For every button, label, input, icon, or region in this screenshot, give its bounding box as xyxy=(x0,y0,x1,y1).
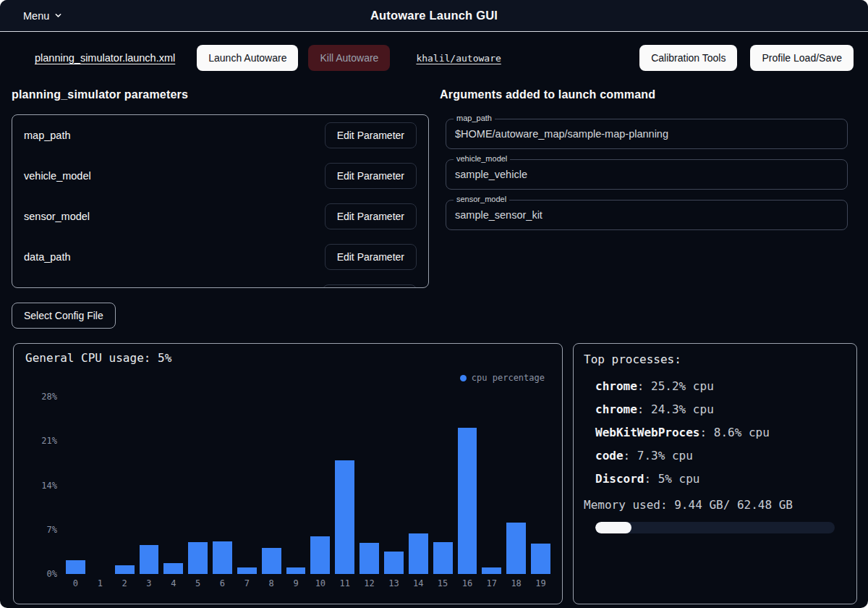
x-axis: 012345678910111213141516171819 xyxy=(66,578,550,588)
x-tick-label: 18 xyxy=(506,578,526,588)
calibration-tools-button[interactable]: Calibration Tools xyxy=(639,45,737,71)
parameter-row: sensor_model Edit Parameter xyxy=(24,196,417,237)
x-tick-label: 10 xyxy=(310,578,330,588)
app-title: Autoware Launch GUI xyxy=(370,9,498,22)
cpu-bar xyxy=(262,548,281,574)
menu-button-label: Menu xyxy=(23,10,49,22)
memory-used-label: Memory used: 9.44 GB/ 62.48 GB xyxy=(584,498,846,512)
vehicle-model-field-label: vehicle_model xyxy=(454,154,510,163)
parameter-row: map_path Edit Parameter xyxy=(24,115,417,156)
process-name: WebKitWebProces xyxy=(595,426,700,439)
profile-load-save-button[interactable]: Profile Load/Save xyxy=(750,45,854,71)
x-tick-label: 7 xyxy=(237,578,257,588)
bottom-panels: General CPU usage: 5% cpu percentage 0%7… xyxy=(0,329,868,604)
launch-file-link[interactable]: planning_simulator.launch.xml xyxy=(35,52,175,64)
cpu-bar xyxy=(531,544,550,574)
y-tick-label: 14% xyxy=(41,481,57,491)
process-item: chrome: 25.2% cpu xyxy=(595,375,846,398)
process-item: chrome: 24.3% cpu xyxy=(595,398,846,421)
x-tick-label: 15 xyxy=(433,578,453,588)
chart-legend: cpu percentage xyxy=(460,373,545,383)
x-tick-label: 16 xyxy=(458,578,477,588)
legend-label: cpu percentage xyxy=(472,373,545,383)
chevron-down-icon xyxy=(54,12,62,20)
process-detail: : 5% cpu xyxy=(644,472,699,486)
argument-fields: map_path vehicle_model sensor_model xyxy=(446,119,848,230)
select-config-file-button[interactable]: Select Config File xyxy=(12,303,116,329)
edit-parameter-button[interactable]: Edit Parameter xyxy=(325,163,417,189)
x-tick-label: 19 xyxy=(531,578,550,588)
cpu-bar xyxy=(359,543,379,574)
cpu-bar xyxy=(286,567,306,574)
memory-progress-fill xyxy=(595,522,631,533)
y-tick-label: 0% xyxy=(47,569,57,579)
parameter-row: data_path Edit Parameter xyxy=(24,237,417,277)
cpu-bar xyxy=(310,536,330,574)
cpu-usage-panel: General CPU usage: 5% cpu percentage 0%7… xyxy=(13,343,563,604)
x-tick-label: 3 xyxy=(140,578,159,588)
parameter-label: sensor_model xyxy=(24,211,90,222)
process-list: chrome: 25.2% cpu chrome: 24.3% cpu WebK… xyxy=(584,375,846,491)
cpu-bar-chart: 0%7%14%21%28% xyxy=(25,397,550,574)
process-item: Discord: 5% cpu xyxy=(595,468,846,491)
arguments-heading: Arguments added to launch command xyxy=(440,88,848,101)
map-path-field-label: map_path xyxy=(454,114,495,122)
sensor-model-field-label: sensor_model xyxy=(454,195,509,203)
parameter-label: vehicle_model xyxy=(24,170,91,182)
cpu-bar xyxy=(409,533,428,574)
memory-progress-bar xyxy=(595,522,835,533)
map-path-input[interactable] xyxy=(455,128,838,140)
cpu-bar xyxy=(482,567,501,574)
y-tick-label: 7% xyxy=(47,525,57,535)
process-name: code xyxy=(595,449,624,463)
x-tick-label: 11 xyxy=(335,578,354,588)
arguments-section: Arguments added to launch command map_pa… xyxy=(446,88,848,329)
process-detail: : 8.6% cpu xyxy=(700,426,770,439)
top-processes-heading: Top processes: xyxy=(584,352,846,366)
parameter-label: map_path xyxy=(24,130,71,141)
process-item: WebKitWebProces: 8.6% cpu xyxy=(595,421,846,444)
edit-parameter-button[interactable]: Edit Parameter xyxy=(325,122,417,148)
process-name: chrome xyxy=(595,402,637,416)
menu-button[interactable]: Menu xyxy=(23,10,62,22)
x-tick-label: 4 xyxy=(163,578,183,588)
map-path-field: map_path xyxy=(446,119,848,149)
y-tick-label: 28% xyxy=(41,392,57,402)
x-tick-label: 5 xyxy=(188,578,208,588)
process-detail: : 24.3% cpu xyxy=(637,402,714,416)
process-item: code: 7.3% cpu xyxy=(595,444,846,468)
edit-parameter-button-clipped[interactable] xyxy=(323,284,417,288)
x-tick-label: 17 xyxy=(482,578,501,588)
parameter-label: data_path xyxy=(24,251,71,263)
process-detail: : 7.3% cpu xyxy=(624,449,693,463)
x-tick-label: 12 xyxy=(359,578,379,588)
cpu-bar xyxy=(213,541,232,575)
process-detail: : 25.2% cpu xyxy=(637,379,714,393)
app-window: Menu Autoware Launch GUI planning_simula… xyxy=(0,0,868,608)
sensor-model-input[interactable] xyxy=(455,209,838,221)
top-processes-panel: Top processes: chrome: 25.2% cpu chrome:… xyxy=(573,343,857,604)
vehicle-model-input[interactable] xyxy=(455,169,838,180)
cpu-usage-title: General CPU usage: 5% xyxy=(25,351,550,365)
edit-parameter-button[interactable]: Edit Parameter xyxy=(325,244,417,270)
x-tick-label: 9 xyxy=(286,578,306,588)
cpu-bar xyxy=(140,545,159,574)
edit-parameter-button[interactable]: Edit Parameter xyxy=(325,203,417,229)
launch-autoware-button[interactable]: Launch Autoware xyxy=(197,45,298,71)
kill-autoware-button[interactable]: Kill Autoware xyxy=(308,45,390,71)
parameters-heading: planning_simulator parameters xyxy=(12,88,429,101)
x-tick-label: 8 xyxy=(262,578,281,588)
toolbar: planning_simulator.launch.xml Launch Aut… xyxy=(0,32,868,84)
bars-container xyxy=(66,397,550,574)
parameters-card: map_path Edit Parameter vehicle_model Ed… xyxy=(12,114,429,288)
cpu-bar xyxy=(506,523,526,574)
x-tick-label: 2 xyxy=(115,578,135,588)
repo-link[interactable]: khalil/autoware xyxy=(416,53,501,64)
parameter-row: vehicle_model Edit Parameter xyxy=(24,156,417,196)
sensor-model-field: sensor_model xyxy=(446,200,848,230)
y-axis: 0%7%14%21%28% xyxy=(25,397,57,574)
cpu-bar xyxy=(384,552,404,575)
x-tick-label: 14 xyxy=(409,578,428,588)
vehicle-model-field: vehicle_model xyxy=(446,159,848,190)
legend-dot-icon xyxy=(460,375,467,381)
